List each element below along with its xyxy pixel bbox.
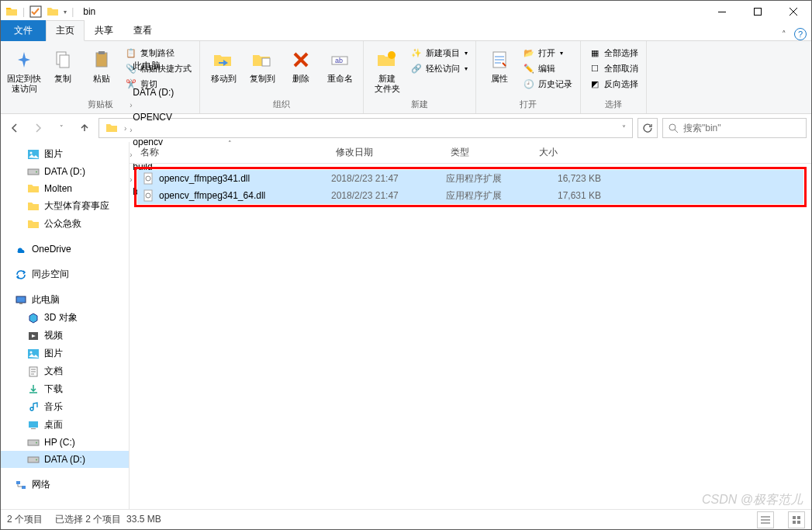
- pin-quickaccess-button[interactable]: 固定到快 速访问: [5, 46, 43, 95]
- svg-rect-4: [60, 55, 69, 68]
- file-row[interactable]: opencv_ffmpeg341_64.dll2018/2/23 21:47应用…: [137, 187, 803, 204]
- file-type: 应用程序扩展: [446, 189, 534, 203]
- sidebar-item-3D 对象[interactable]: 3D 对象: [1, 309, 129, 327]
- sidebar-item-DATA (D:)[interactable]: DATA (D:): [1, 163, 129, 180]
- column-headers: 名称˄ 修改日期 类型 大小: [130, 142, 811, 164]
- copy-button[interactable]: 复制: [44, 46, 81, 85]
- open-button[interactable]: 📂打开▾: [520, 46, 575, 60]
- col-size-header[interactable]: 大小: [533, 143, 618, 162]
- dll-file-icon: [142, 172, 154, 185]
- window-title: bin: [83, 6, 95, 17]
- new-folder-button[interactable]: 新建 文件夹: [368, 46, 406, 95]
- nav-up-button[interactable]: [75, 119, 94, 137]
- group-select-label: 选择: [605, 99, 622, 112]
- col-date-header[interactable]: 修改日期: [330, 143, 444, 162]
- dropdown-caret-icon[interactable]: ▾: [64, 9, 67, 16]
- history-button[interactable]: 🕘历史记录: [520, 77, 575, 91]
- svg-rect-38: [797, 521, 800, 524]
- copyto-button[interactable]: 复制到: [244, 46, 281, 85]
- checkbox-icon[interactable]: [29, 5, 42, 18]
- sidebar-item-网络[interactable]: 网络: [1, 476, 129, 494]
- ribbon: 固定到快 速访问 复制 粘贴 📋复制路径 📎粘贴快捷方式 ✂️剪切 剪贴板 移动…: [1, 41, 811, 114]
- folder-icon: [27, 218, 40, 230]
- sidebar-item-视频[interactable]: 视频: [1, 327, 129, 345]
- sidebar-item-音乐[interactable]: 音乐: [1, 398, 129, 416]
- tab-view[interactable]: 查看: [123, 20, 162, 41]
- sidebar-item-label: 3D 对象: [44, 311, 78, 324]
- sidebar-item-大型体育赛事应[interactable]: 大型体育赛事应: [1, 197, 129, 215]
- svg-point-14: [30, 151, 33, 154]
- sidebar-item-文档[interactable]: 文档: [1, 362, 129, 380]
- maximize-button[interactable]: [740, 1, 776, 23]
- selected-count: 已选择 2 个项目 33.5 MB: [55, 513, 161, 526]
- paste-button[interactable]: 粘贴: [83, 46, 120, 85]
- select-all-button[interactable]: ▦全部选择: [586, 46, 641, 60]
- sidebar-item-此电脑[interactable]: 此电脑: [1, 291, 129, 309]
- close-button[interactable]: [776, 1, 811, 23]
- col-type-header[interactable]: 类型: [444, 143, 533, 162]
- nav-back-button[interactable]: [5, 119, 24, 137]
- nav-recent-button[interactable]: ˅: [52, 119, 71, 137]
- sidebar-item-桌面[interactable]: 桌面: [1, 416, 129, 434]
- tab-file[interactable]: 文件: [1, 20, 46, 41]
- file-size: 16,723 KB: [534, 173, 620, 184]
- large-icons-view-button[interactable]: [788, 511, 805, 528]
- highlighted-selection: opencv_ffmpeg341.dll2018/2/23 21:47应用程序扩…: [134, 167, 807, 207]
- sidebar-item-图片[interactable]: 图片: [1, 145, 129, 163]
- edit-button[interactable]: ✏️编辑: [520, 61, 575, 75]
- tab-home[interactable]: 主页: [46, 20, 85, 41]
- details-view-button[interactable]: [757, 511, 774, 528]
- nav-forward-button[interactable]: [29, 119, 47, 137]
- sidebar-item-DATA (D:)[interactable]: DATA (D:): [1, 451, 129, 468]
- svg-point-26: [36, 442, 37, 444]
- select-none-button[interactable]: ☐全部取消: [586, 61, 641, 75]
- easy-access-button[interactable]: 🔗轻松访问▾: [407, 61, 471, 75]
- sidebar-item-label: 网络: [32, 478, 50, 491]
- tab-share[interactable]: 共享: [85, 20, 123, 41]
- refresh-button[interactable]: [638, 118, 658, 138]
- svg-rect-36: [797, 516, 800, 519]
- sidebar-item-label: 此电脑: [32, 293, 60, 307]
- chevron-right-icon[interactable]: ›: [128, 126, 133, 134]
- navigation-pane[interactable]: 图片DATA (D:)Molten大型体育赛事应公众急救OneDrive同步空间…: [1, 142, 130, 509]
- new-item-button[interactable]: ✨新建项目▾: [407, 46, 471, 60]
- sidebar-item-同步空间[interactable]: 同步空间: [1, 265, 129, 283]
- chevron-right-icon[interactable]: ›: [128, 101, 133, 109]
- delete-button[interactable]: 删除: [282, 46, 320, 85]
- file-row[interactable]: opencv_ffmpeg341.dll2018/2/23 21:47应用程序扩…: [137, 170, 803, 187]
- sidebar-item-图片[interactable]: 图片: [1, 345, 129, 362]
- address-dropdown-icon[interactable]: ˅: [617, 124, 631, 133]
- sidebar-item-下载[interactable]: 下载: [1, 380, 129, 398]
- search-box[interactable]: [662, 118, 807, 138]
- sidebar-item-公众急救[interactable]: 公众急救: [1, 215, 129, 233]
- crumb-此电脑[interactable]: 此电脑: [128, 58, 178, 74]
- file-date: 2018/2/23 21:47: [331, 173, 446, 184]
- folder-icon: [27, 200, 40, 213]
- group-new-label: 新建: [411, 99, 428, 112]
- svg-rect-7: [262, 58, 270, 66]
- svg-point-16: [36, 171, 37, 173]
- sidebar-item-OneDrive[interactable]: OneDrive: [1, 241, 129, 258]
- breadcrumb-bar[interactable]: › 此电脑›DATA (D:)›OPENCV›opencv›build›bin …: [98, 118, 633, 138]
- col-name-header[interactable]: 名称˄: [130, 143, 330, 162]
- minimize-button[interactable]: [704, 1, 740, 23]
- sidebar-item-Molten[interactable]: Molten: [1, 180, 129, 197]
- folder-icon[interactable]: [101, 120, 123, 136]
- chevron-right-icon[interactable]: ›: [123, 124, 128, 133]
- help-icon[interactable]: ?: [794, 28, 807, 40]
- rename-button[interactable]: ab重命名: [321, 46, 358, 85]
- chevron-right-icon[interactable]: ›: [128, 76, 133, 85]
- moveto-button[interactable]: 移动到: [205, 46, 242, 85]
- sidebar-item-HP (C:)[interactable]: HP (C:): [1, 434, 129, 451]
- sidebar-item-label: 同步空间: [32, 268, 69, 281]
- crumb-OPENCV[interactable]: OPENCV: [128, 110, 178, 124]
- select-invert-button[interactable]: ◩反向选择: [586, 77, 641, 91]
- ribbon-tabs: 文件 主页 共享 查看 ˄ ?: [1, 23, 811, 41]
- search-input[interactable]: [683, 123, 801, 133]
- folder-dropdown-icon[interactable]: [47, 5, 59, 18]
- properties-button[interactable]: 属性: [481, 46, 518, 85]
- collapse-ribbon-icon[interactable]: ˄: [782, 29, 786, 40]
- divider: |: [71, 6, 74, 17]
- dll-file-icon: [142, 189, 154, 202]
- crumb-DATA (D:)[interactable]: DATA (D:): [128, 85, 178, 99]
